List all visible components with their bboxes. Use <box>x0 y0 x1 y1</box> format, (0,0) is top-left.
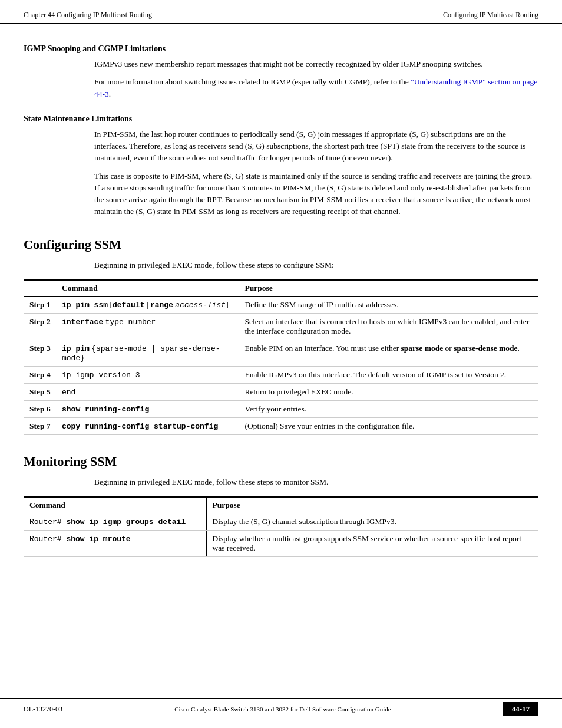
igmp-para2-prefix: For more information about switching iss… <box>94 77 411 86</box>
table-row: Step 2 interface type number Select an i… <box>24 313 538 340</box>
step-command: ip igmp version 3 <box>56 366 239 383</box>
state-para2: This case is opposite to PIM-SM, where (… <box>94 170 538 218</box>
igmp-heading: IGMP Snooping and CGMP Limitations <box>24 44 538 54</box>
monitor-col-command: Command <box>24 497 206 513</box>
step-label: Step 5 <box>24 383 56 400</box>
footer-right: 44-17 <box>503 702 538 716</box>
page-footer: OL-13270-03 Cisco Catalyst Blade Switch … <box>0 698 562 716</box>
step-label: Step 1 <box>24 296 56 313</box>
table-row: Step 4 ip igmp version 3 Enable IGMPv3 o… <box>24 366 538 383</box>
configuring-ssm-intro: Beginning in privileged EXEC mode, follo… <box>94 259 538 271</box>
configuring-ssm-heading: Configuring SSM <box>24 237 538 252</box>
monitor-purpose: Display whether a multicast group suppor… <box>206 531 538 557</box>
step-purpose: Select an interface that is connected to… <box>239 313 538 340</box>
monitoring-ssm-table: Command Purpose Router# show ip igmp gro… <box>24 496 538 557</box>
table-row: Step 6 show running-config Verify your e… <box>24 400 538 417</box>
monitoring-ssm-intro: Beginning in privileged EXEC mode, follo… <box>94 476 538 488</box>
main-content: IGMP Snooping and CGMP Limitations IGMPv… <box>0 24 562 618</box>
monitor-command: Router# show ip mroute <box>24 531 206 557</box>
table-row: Router# show ip igmp groups detail Displ… <box>24 513 538 531</box>
step-label: Step 3 <box>24 340 56 366</box>
step-command: copy running-config startup-config <box>56 417 239 434</box>
step-label: Step 4 <box>24 366 56 383</box>
table-row: Router# show ip mroute Display whether a… <box>24 531 538 557</box>
footer-left: OL-13270-03 <box>24 705 62 714</box>
table-row: Step 1 ip pim ssm [default | range acces… <box>24 296 538 313</box>
table-row: Step 7 copy running-config startup-confi… <box>24 417 538 434</box>
step-label: Step 7 <box>24 417 56 434</box>
monitor-command: Router# show ip igmp groups detail <box>24 513 206 531</box>
state-heading: State Maintenance Limitations <box>24 114 538 124</box>
igmp-para2: For more information about switching iss… <box>94 76 538 100</box>
steps-col-purpose: Purpose <box>239 280 538 297</box>
steps-col-step <box>24 280 56 297</box>
footer-center: Cisco Catalyst Blade Switch 3130 and 303… <box>62 706 503 713</box>
igmp-para1: IGMPv3 uses new membership report messag… <box>94 58 538 70</box>
step-purpose: (Optional) Save your entries in the conf… <box>239 417 538 434</box>
step-command: ip pim ssm [default | range access-list] <box>56 296 239 313</box>
step-purpose: Return to privileged EXEC mode. <box>239 383 538 400</box>
monitoring-ssm-heading: Monitoring SSM <box>24 454 538 469</box>
step-command: show running-config <box>56 400 239 417</box>
step-command: ip pim {sparse-mode | sparse-dense-mode} <box>56 340 239 366</box>
configuring-ssm-table: Command Purpose Step 1 ip pim ssm [defau… <box>24 279 538 435</box>
table-row: Step 5 end Return to privileged EXEC mod… <box>24 383 538 400</box>
step-purpose: Enable IGMPv3 on this interface. The def… <box>239 366 538 383</box>
page: Chapter 44 Configuring IP Multicast Rout… <box>0 0 562 728</box>
header-section: Configuring IP Multicast Routing <box>443 11 538 19</box>
monitor-col-purpose: Purpose <box>206 497 538 513</box>
header-chapter: Chapter 44 Configuring IP Multicast Rout… <box>24 11 152 19</box>
monitor-purpose: Display the (S, G) channel subscription … <box>206 513 538 531</box>
step-purpose: Enable PIM on an interface. You must use… <box>239 340 538 366</box>
table-row: Step 3 ip pim {sparse-mode | sparse-dens… <box>24 340 538 366</box>
step-command: interface type number <box>56 313 239 340</box>
step-label: Step 6 <box>24 400 56 417</box>
step-command: end <box>56 383 239 400</box>
step-purpose: Verify your entries. <box>239 400 538 417</box>
state-para1: In PIM-SSM, the last hop router continue… <box>94 129 538 164</box>
igmp-para2-suffix: . <box>109 90 111 98</box>
page-header: Chapter 44 Configuring IP Multicast Rout… <box>0 0 562 24</box>
steps-col-command: Command <box>56 280 239 297</box>
step-label: Step 2 <box>24 313 56 340</box>
step-purpose: Define the SSM range of IP multicast add… <box>239 296 538 313</box>
